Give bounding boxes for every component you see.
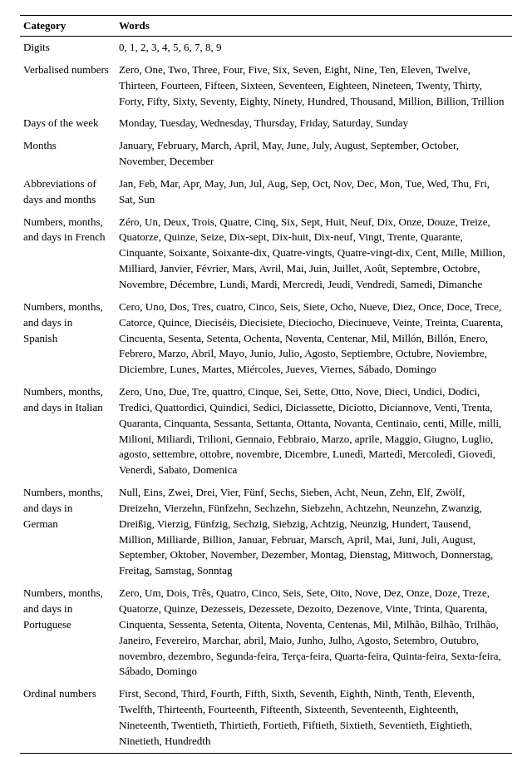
category-cell: Months	[20, 135, 116, 173]
category-cell: Days of the week	[20, 112, 116, 135]
category-cell: Digits	[20, 37, 116, 59]
category-cell: Numbers, months, and days in French	[20, 211, 116, 296]
page: Category Words Digits0, 1, 2, 3, 4, 5, 6…	[0, 0, 532, 757]
words-cell: Zero, Uno, Due, Tre, quattro, Cinque, Se…	[116, 381, 512, 482]
words-cell: First, Second, Third, Fourth, Fifth, Six…	[116, 683, 512, 753]
words-cell: Zéro, Un, Deux, Trois, Quatre, Cinq, Six…	[116, 211, 512, 296]
category-cell: Verbalised numbers	[20, 59, 116, 113]
words-cell: Zero, One, Two, Three, Four, Five, Six, …	[116, 59, 512, 113]
category-cell: Numbers, months, and days in Spanish	[20, 296, 116, 381]
words-cell: Null, Eins, Zwei, Drei, Vier, Fünf, Sech…	[116, 482, 512, 582]
words-cell: Cero, Uno, Dos, Tres, cuatro, Cinco, Sei…	[116, 296, 512, 381]
words-cell: January, February, March, April, May, Ju…	[116, 135, 512, 173]
category-cell: Abbreviations of days and months	[20, 173, 116, 211]
col-header-words: Words	[116, 16, 512, 37]
words-cell: Jan, Feb, Mar, Apr, May, Jun, Jul, Aug, …	[116, 173, 512, 211]
words-cell: 0, 1, 2, 3, 4, 5, 6, 7, 8, 9	[116, 37, 512, 59]
col-header-category: Category	[20, 16, 116, 37]
main-table: Category Words Digits0, 1, 2, 3, 4, 5, 6…	[20, 15, 512, 754]
category-cell: Numbers, months, and days in Portuguese	[20, 582, 116, 683]
category-cell: Numbers, months, and days in Italian	[20, 381, 116, 482]
words-cell: Zero, Um, Dois, Três, Quatro, Cinco, Sei…	[116, 582, 512, 683]
category-cell: Ordinal numbers	[20, 683, 116, 753]
words-cell: Monday, Tuesday, Wednesday, Thursday, Fr…	[116, 112, 512, 135]
category-cell: Numbers, months, and days in German	[20, 482, 116, 582]
